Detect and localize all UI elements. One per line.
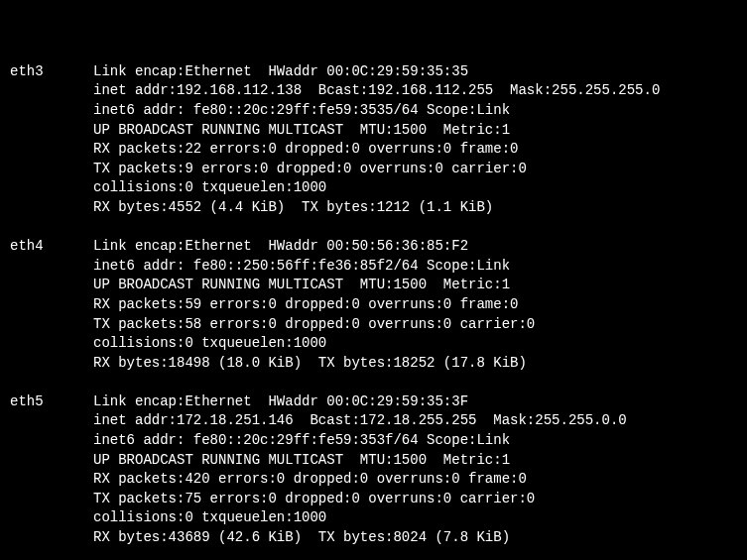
interface-name: eth4 xyxy=(10,237,93,257)
interface-line: RX bytes:18498 (18.0 KiB) TX bytes:18252… xyxy=(93,354,535,374)
interface-line: collisions:0 txqueuelen:1000 xyxy=(93,508,627,528)
interface-line: UP BROADCAST RUNNING MULTICAST MTU:1500 … xyxy=(93,276,535,295)
terminal-output: eth3Link encap:Ethernet HWaddr 00:0C:29:… xyxy=(10,62,737,560)
interface-line: inet6 addr: fe80::20c:29ff:fe59:353f/64 … xyxy=(93,431,627,451)
interface-line: RX packets:420 errors:0 dropped:0 overru… xyxy=(93,470,627,490)
interface-line: TX packets:58 errors:0 dropped:0 overrun… xyxy=(93,315,535,335)
interface-body: Link encap:Ethernet HWaddr 00:0C:29:59:3… xyxy=(93,62,660,218)
interface-block-eth5: eth5Link encap:Ethernet HWaddr 00:0C:29:… xyxy=(10,392,737,548)
interface-body: Link encap:Ethernet HWaddr 00:0C:29:59:3… xyxy=(93,392,627,548)
interface-line: RX packets:22 errors:0 dropped:0 overrun… xyxy=(93,140,660,160)
interface-line: TX packets:75 errors:0 dropped:0 overrun… xyxy=(93,490,627,509)
interface-line: collisions:0 txqueuelen:1000 xyxy=(93,334,535,354)
interface-line: UP BROADCAST RUNNING MULTICAST MTU:1500 … xyxy=(93,451,627,471)
interface-line: UP BROADCAST RUNNING MULTICAST MTU:1500 … xyxy=(93,121,660,141)
interface-name: eth5 xyxy=(10,392,93,412)
interface-line: Link encap:Ethernet HWaddr 00:50:56:36:8… xyxy=(93,237,535,257)
interface-line: RX bytes:4552 (4.4 KiB) TX bytes:1212 (1… xyxy=(93,198,660,218)
interface-line: inet addr:172.18.251.146 Bcast:172.18.25… xyxy=(93,411,627,431)
interface-block-eth3: eth3Link encap:Ethernet HWaddr 00:0C:29:… xyxy=(10,62,737,218)
interface-line: inet6 addr: fe80::250:56ff:fe36:85f2/64 … xyxy=(93,257,535,277)
interface-block-eth4: eth4Link encap:Ethernet HWaddr 00:50:56:… xyxy=(10,237,737,373)
interface-line: inet6 addr: fe80::20c:29ff:fe59:3535/64 … xyxy=(93,101,660,121)
interface-line: TX packets:9 errors:0 dropped:0 overruns… xyxy=(93,160,660,179)
interface-line: collisions:0 txqueuelen:1000 xyxy=(93,178,660,198)
interface-line: Link encap:Ethernet HWaddr 00:0C:29:59:3… xyxy=(93,392,627,412)
interface-line: RX packets:59 errors:0 dropped:0 overrun… xyxy=(93,295,535,315)
interface-line: Link encap:Ethernet HWaddr 00:0C:29:59:3… xyxy=(93,62,660,82)
interface-line: inet addr:192.168.112.138 Bcast:192.168.… xyxy=(93,81,660,101)
interface-name: eth3 xyxy=(10,62,93,82)
interface-body: Link encap:Ethernet HWaddr 00:50:56:36:8… xyxy=(93,237,535,373)
interface-line: RX bytes:43689 (42.6 KiB) TX bytes:8024 … xyxy=(93,528,627,548)
